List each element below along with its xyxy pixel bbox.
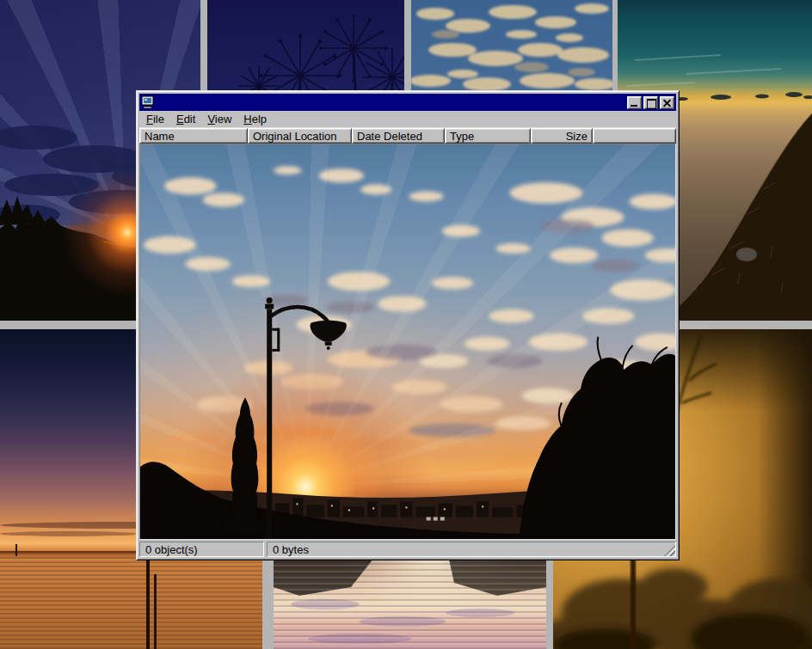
status-bar: 0 object(s) 0 bytes bbox=[139, 540, 676, 557]
column-header-row: Name Original Location Date Deleted Type… bbox=[139, 128, 676, 144]
menu-file[interactable]: File bbox=[140, 111, 170, 127]
window-titlebar[interactable] bbox=[139, 94, 676, 111]
menu-view[interactable]: View bbox=[201, 111, 237, 127]
menu-edit[interactable]: Edit bbox=[170, 111, 201, 127]
recycle-bin-window: File Edit View Help Name Original Locati… bbox=[136, 90, 680, 560]
file-list-area[interactable] bbox=[139, 144, 676, 540]
status-object-count: 0 object(s) bbox=[139, 542, 264, 557]
menu-bar: File Edit View Help bbox=[139, 111, 676, 128]
computer-icon[interactable] bbox=[141, 95, 155, 109]
column-header-blank[interactable] bbox=[593, 128, 676, 144]
column-header-name[interactable]: Name bbox=[139, 128, 248, 144]
close-button[interactable] bbox=[660, 96, 674, 109]
minimize-button[interactable] bbox=[627, 96, 642, 109]
column-header-type[interactable]: Type bbox=[445, 128, 531, 144]
column-header-original-location[interactable]: Original Location bbox=[248, 128, 352, 144]
column-header-date-deleted[interactable]: Date Deleted bbox=[352, 128, 445, 144]
silhouette-layer bbox=[140, 144, 675, 540]
column-header-size[interactable]: Size bbox=[531, 128, 593, 144]
menu-help[interactable]: Help bbox=[237, 111, 273, 127]
status-total-size: 0 bytes bbox=[267, 542, 676, 557]
maximize-button[interactable] bbox=[643, 96, 658, 109]
